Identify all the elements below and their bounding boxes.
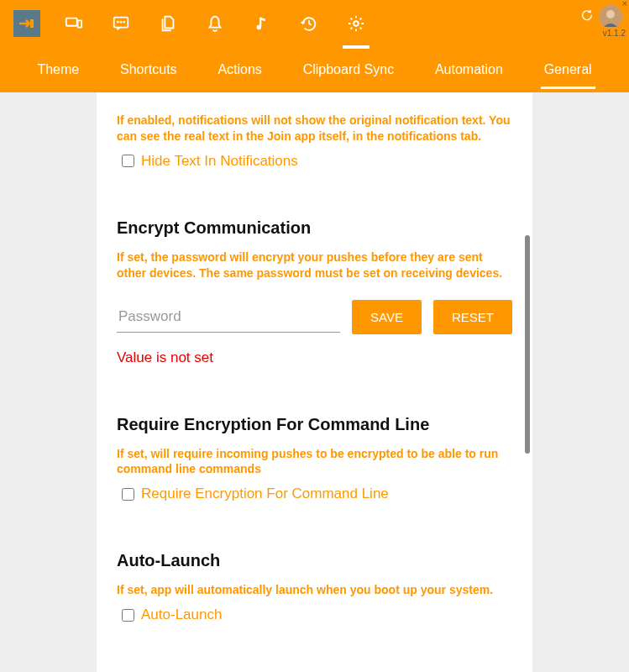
hide-text-desc: If enabled, notifications will not show …: [117, 113, 512, 144]
svg-rect-1: [66, 18, 77, 26]
encrypt-desc: If set, the password will encrypt your p…: [117, 249, 512, 281]
require-enc-checkbox[interactable]: [122, 488, 134, 501]
svg-point-4: [118, 22, 118, 23]
save-button[interactable]: SAVE: [352, 300, 422, 334]
tab-automation[interactable]: Automation: [432, 50, 506, 89]
tab-general[interactable]: General: [541, 50, 595, 89]
version-label: v1.1.2: [603, 29, 626, 38]
autolaunch-desc: If set, app will automatically launch wh…: [117, 582, 512, 598]
svg-rect-2: [78, 20, 82, 27]
autolaunch-label[interactable]: Auto-Launch: [141, 606, 222, 623]
autolaunch-title: Auto-Launch: [117, 551, 512, 570]
close-icon[interactable]: ×: [622, 0, 627, 8]
settings-icon[interactable]: [336, 3, 376, 44]
avatar[interactable]: [599, 5, 622, 29]
svg-point-6: [123, 22, 124, 23]
svg-point-7: [257, 25, 262, 30]
require-enc-title: Require Encryption For Command Line: [117, 415, 512, 434]
files-icon[interactable]: [148, 3, 188, 44]
history-icon[interactable]: [289, 3, 329, 44]
tab-theme[interactable]: Theme: [34, 50, 82, 89]
svg-point-8: [354, 21, 359, 26]
settings-panel: If enabled, notifications will not show …: [97, 92, 532, 672]
tab-clipboard[interactable]: Clipboard Sync: [300, 50, 398, 89]
refresh-icon[interactable]: [580, 8, 594, 25]
scrollbar-thumb[interactable]: [525, 235, 530, 454]
svg-point-5: [121, 22, 122, 23]
hide-text-label[interactable]: Hide Text In Notifications: [141, 153, 298, 170]
notifications-icon[interactable]: [195, 3, 235, 44]
media-icon[interactable]: [242, 3, 282, 44]
autolaunch-checkbox[interactable]: [122, 609, 134, 622]
svg-point-10: [606, 10, 615, 18]
devices-icon[interactable]: [54, 3, 94, 44]
tab-shortcuts[interactable]: Shortcuts: [117, 50, 181, 89]
reset-button[interactable]: RESET: [433, 300, 512, 334]
encrypt-error: Value is not set: [117, 349, 512, 366]
sms-icon[interactable]: [101, 3, 141, 44]
require-enc-desc: If set, will require incoming pushes to …: [117, 446, 512, 478]
tab-actions[interactable]: Actions: [214, 50, 265, 89]
hide-text-checkbox[interactable]: [122, 155, 134, 167]
svg-rect-0: [30, 19, 34, 28]
encrypt-title: Encrypt Communication: [117, 218, 512, 238]
app-logo: [13, 10, 40, 37]
require-enc-label[interactable]: Require Encryption For Command Line: [141, 486, 389, 502]
password-input[interactable]: [117, 302, 340, 333]
